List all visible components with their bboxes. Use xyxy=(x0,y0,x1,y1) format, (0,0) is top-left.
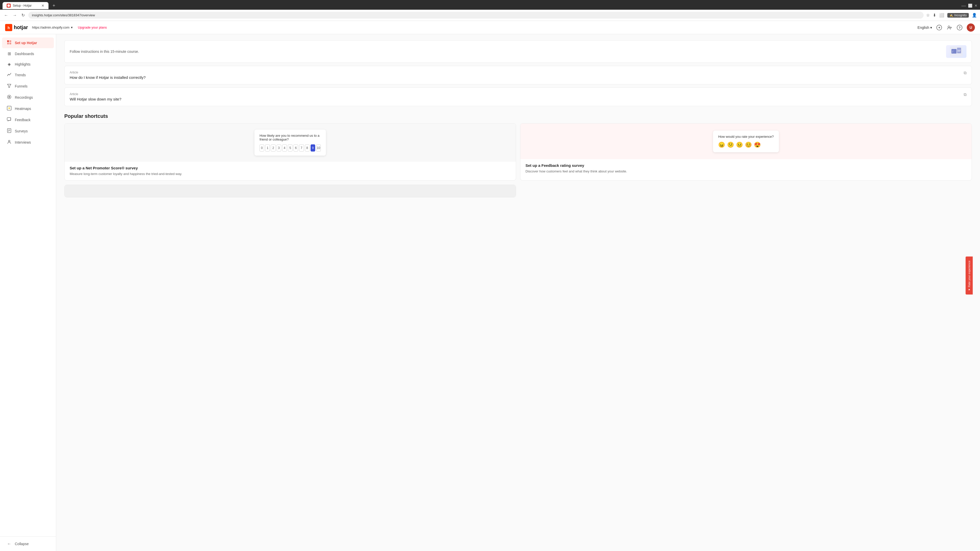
nps-2: 2 xyxy=(271,144,275,151)
address-actions: ☆ ⬇ ⬜ 🕵 Incognito 👤 xyxy=(926,13,977,17)
sidebar-bottom: ← Collapse xyxy=(0,537,56,549)
sidebar-item-highlights[interactable]: ◈ Highlights xyxy=(2,59,54,69)
sidebar-item-label-recordings: Recordings xyxy=(15,95,33,100)
emoji-sad: 😕 xyxy=(727,141,734,148)
recordings-icon xyxy=(6,95,12,100)
dashboards-icon: ⊞ xyxy=(6,51,12,56)
nps-6: 6 xyxy=(293,144,298,151)
url-input[interactable] xyxy=(28,12,924,19)
add-user-icon[interactable] xyxy=(946,24,953,30)
svg-point-4 xyxy=(948,26,950,27)
new-tab-button[interactable]: + xyxy=(52,3,56,8)
article-card-2[interactable]: Article Will Hotjar slow down my site? ⧉ xyxy=(64,87,972,106)
heatmaps-icon xyxy=(6,106,12,111)
top-course-card[interactable]: Follow instructions in this 15-minute co… xyxy=(64,40,972,63)
trends-icon xyxy=(6,72,12,78)
article-content-2: Article Will Hotjar slow down my site? xyxy=(70,92,121,101)
svg-point-0 xyxy=(7,4,10,7)
svg-rect-9 xyxy=(7,43,9,44)
share-icon[interactable] xyxy=(936,24,942,30)
incognito-indicator: 🕵 Incognito xyxy=(947,13,969,17)
nps-shortcut-info: Set up a Net Promoter Score® survey Meas… xyxy=(65,162,516,180)
course-thumbnail: / xyxy=(946,45,966,58)
sidebar-item-interviews[interactable]: Interviews xyxy=(2,137,54,148)
bookmark-icon[interactable]: ☆ xyxy=(926,13,930,17)
rate-experience-container: ♥ Rate your experience xyxy=(966,256,973,294)
hotjar-logo-icon: h xyxy=(5,24,12,31)
sidebar-collapse-button[interactable]: ← Collapse xyxy=(2,539,54,549)
article-link-icon-2[interactable]: ⧉ xyxy=(964,92,966,97)
rate-experience-button[interactable]: ♥ Rate your experience xyxy=(966,256,973,294)
sidebar-item-recordings[interactable]: Recordings xyxy=(2,92,54,103)
emoji-neutral: 😐 xyxy=(736,141,743,148)
svg-text:?: ? xyxy=(959,26,961,30)
svg-rect-25 xyxy=(951,49,956,54)
site-dropdown-icon: ▾ xyxy=(71,25,73,29)
sidebar-item-funnels[interactable]: Funnels xyxy=(2,81,54,92)
app-layout: Set up Hotjar ⊞ Dashboards ◈ Highlights … xyxy=(0,34,980,551)
hotjar-logo[interactable]: h hotjar xyxy=(5,24,28,31)
svg-text:/: / xyxy=(953,50,953,53)
incognito-icon: 🕵 xyxy=(950,14,953,17)
upgrade-link[interactable]: Upgrade your plans xyxy=(78,25,107,29)
app-header: h hotjar https://admin.shopify.com ▾ Upg… xyxy=(0,21,980,34)
article-link-icon-1[interactable]: ⧉ xyxy=(964,71,966,75)
window-maximize-button[interactable]: ⬜ xyxy=(968,3,972,8)
article-label-2: Article xyxy=(70,92,121,96)
address-bar: ← → ↻ ☆ ⬇ ⬜ 🕵 Incognito 👤 xyxy=(0,10,980,21)
window-minimize-button[interactable]: — xyxy=(961,3,966,8)
sidebar-item-label-trends: Trends xyxy=(15,73,26,77)
article-title-2: Will Hotjar slow down my site? xyxy=(70,97,121,101)
feedback-shortcut-desc: Discover how customers feel and what the… xyxy=(525,169,966,174)
feedback-shortcut-title: Set up a Feedback rating survey xyxy=(525,163,966,168)
sidebar-item-trends[interactable]: Trends xyxy=(2,70,54,80)
sidebar-item-setup[interactable]: Set up Hotjar xyxy=(2,38,54,48)
nps-shortcut-card[interactable]: How likely are you to recommend us to a … xyxy=(64,123,516,181)
language-selector[interactable]: English ▾ xyxy=(918,25,932,30)
article-card-1[interactable]: Article How do I know if Hotjar is insta… xyxy=(64,66,972,84)
nps-9: 9 xyxy=(310,144,315,151)
feedback-survey-preview: How would you rate your experience? 😠 😕 … xyxy=(713,130,779,152)
sidebar-item-feedback[interactable]: Feedback xyxy=(2,114,54,125)
nps-survey-preview: How likely are you to recommend us to a … xyxy=(255,130,326,156)
feedback-rating-shortcut-card[interactable]: How would you rate your experience? 😠 😕 … xyxy=(520,123,972,181)
header-actions: English ▾ ? U xyxy=(918,24,975,32)
site-selector[interactable]: https://admin.shopify.com ▾ xyxy=(32,25,73,29)
site-url: https://admin.shopify.com xyxy=(32,25,69,29)
browser-tab[interactable]: Setup - Hotjar ✕ xyxy=(3,2,48,9)
nps-7: 7 xyxy=(299,144,304,151)
main-content: Follow instructions in this 15-minute co… xyxy=(56,34,980,551)
back-button[interactable]: ← xyxy=(3,12,9,19)
profile-icon[interactable]: 👤 xyxy=(972,13,977,17)
sidebar-item-heatmaps[interactable]: Heatmaps xyxy=(2,103,54,114)
refresh-button[interactable]: ↻ xyxy=(21,12,26,19)
tab-close-button[interactable]: ✕ xyxy=(41,3,45,8)
help-icon[interactable]: ? xyxy=(956,24,963,30)
sidebar-item-label-heatmaps: Heatmaps xyxy=(15,106,31,111)
sidebar-item-surveys[interactable]: Surveys xyxy=(2,126,54,137)
article-title-1: How do I know if Hotjar is installed cor… xyxy=(70,75,146,79)
extensions-icon[interactable]: ⬜ xyxy=(939,13,944,17)
article-content-1: Article How do I know if Hotjar is insta… xyxy=(70,71,146,79)
svg-point-22 xyxy=(8,140,10,142)
nps-preview-area: How likely are you to recommend us to a … xyxy=(65,124,516,162)
collapse-label: Collapse xyxy=(15,542,29,546)
svg-rect-7 xyxy=(7,40,9,42)
logo-text: hotjar xyxy=(14,24,28,30)
feedback-question: How would you rate your experience? xyxy=(718,135,774,138)
sidebar-item-dashboards[interactable]: ⊞ Dashboards xyxy=(2,49,54,59)
user-avatar[interactable]: U xyxy=(967,24,975,32)
download-icon[interactable]: ⬇ xyxy=(933,13,936,17)
sidebar-item-label-highlights: Highlights xyxy=(15,62,30,66)
feedback-shortcut-info: Set up a Feedback rating survey Discover… xyxy=(520,159,972,178)
third-shortcut-card-partial[interactable] xyxy=(64,185,972,197)
window-close-button[interactable]: ✕ xyxy=(974,3,977,8)
svg-marker-11 xyxy=(7,84,11,87)
highlights-icon: ◈ xyxy=(6,62,12,67)
emoji-love: 😍 xyxy=(754,141,761,148)
top-card-text: Follow instructions in this 15-minute co… xyxy=(70,49,139,54)
forward-button[interactable]: → xyxy=(12,12,18,19)
svg-rect-10 xyxy=(10,43,11,44)
sidebar-item-label-surveys: Surveys xyxy=(15,129,28,133)
third-shortcut-preview xyxy=(65,185,516,197)
